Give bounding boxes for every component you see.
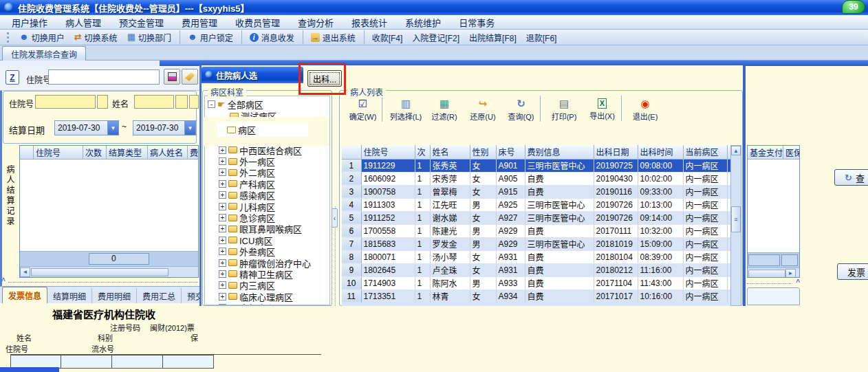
tree-expander[interactable]: +: [219, 214, 226, 221]
query-button[interactable]: ↻ 查: [834, 169, 868, 186]
toolbar-button[interactable]: 入院登记[F2]: [407, 30, 464, 44]
column-header[interactable]: 费别信息: [525, 145, 594, 159]
tree-item[interactable]: + 外叁病区: [208, 246, 329, 257]
patient-table-vscrollbar[interactable]: ▲ ≡: [730, 145, 741, 306]
bottom-tab[interactable]: 结算明细: [47, 288, 92, 303]
list-toolbar-button[interactable]: ↪ 还原(U): [464, 96, 502, 122]
menu-item[interactable]: 系统维护: [396, 16, 450, 29]
horizontal-splitter[interactable]: ^: [747, 280, 800, 287]
tree-item[interactable]: + 外二病区: [208, 167, 329, 178]
table-row[interactable]: 11 1713351 1 林青 女 A934 自费 20171017 10:16…: [342, 289, 730, 303]
menu-item[interactable]: 预交金管理: [110, 16, 173, 29]
table-row[interactable]: 7 1815683 1 罗发金 男 A929 三明市医管中心 20181019 …: [342, 237, 730, 250]
bottom-tab[interactable]: 费用汇总: [137, 288, 182, 303]
tree-expander[interactable]: +: [219, 168, 226, 176]
scrollbar-thumb[interactable]: [31, 268, 169, 276]
list-toolbar-button[interactable]: ▤ 打印(P): [545, 96, 583, 122]
table-row[interactable]: 1 1911229 1 张秀英 女 A901 三明市医管中心 20190725 …: [342, 159, 730, 172]
tree-expander[interactable]: +: [219, 270, 226, 278]
bottom-tab[interactable]: 费用明细: [92, 288, 137, 303]
tree-item[interactable]: - ☛ 全部病区: [208, 98, 329, 110]
toolbar-button[interactable]: 退款[F6]: [521, 30, 562, 44]
patient-select-titlebar[interactable]: 住院病人选: [202, 67, 303, 83]
column-header[interactable]: [342, 145, 361, 159]
column-header[interactable]: 住院号: [361, 145, 415, 159]
column-header[interactable]: 结算类型: [107, 146, 148, 160]
scrollbar-thumb[interactable]: [748, 270, 785, 278]
toolbar-button[interactable]: ☻ 切换用户: [14, 30, 69, 44]
tree-item[interactable]: + 眼耳鼻咽喉病区: [208, 223, 329, 234]
tree-item[interactable]: + 急诊病区: [208, 212, 329, 223]
filter-name-input[interactable]: [134, 95, 174, 109]
tree-item[interactable]: + 临床心理病区: [208, 291, 329, 302]
list-toolbar-button[interactable]: ↻ 查询(Q): [502, 96, 541, 122]
horizontal-splitter[interactable]: ^: [0, 278, 199, 285]
tree-expander[interactable]: +: [219, 225, 226, 232]
toolbar-button[interactable]: 出院结算[F8]: [464, 30, 521, 44]
list-toolbar-button[interactable]: ☑ 确定(W): [344, 96, 382, 122]
column-header[interactable]: 床号: [496, 145, 525, 159]
column-header[interactable]: 次: [415, 145, 430, 159]
tree-expander[interactable]: +: [219, 191, 226, 199]
table-row[interactable]: 9 1802645 1 卢全珠 女 A931 自费 20180212 11:16…: [342, 263, 730, 276]
filter-inpatient-input[interactable]: [35, 95, 96, 109]
toolbar-button[interactable]: 收款[F4]: [367, 30, 408, 44]
table-row[interactable]: 2 1606092 1 宋秀萍 女 A905 自费 20190430 10:02…: [342, 172, 730, 185]
column-header[interactable]: 性别: [470, 145, 496, 159]
tree-expander[interactable]: +: [219, 180, 226, 188]
toolbar-button[interactable]: → 退出系统: [306, 30, 365, 44]
tree-item[interactable]: + 肿瘤微创治疗中心: [208, 257, 329, 268]
toolbar-button[interactable]: ⇄ 切换系统: [69, 30, 122, 44]
z-shortcut-button[interactable]: Z: [6, 70, 19, 85]
chevron-down-icon[interactable]: ▼: [107, 121, 118, 135]
tree-item[interactable]: + 内三病区: [208, 280, 329, 291]
card-reader-button[interactable]: [164, 69, 180, 85]
tree-item[interactable]: + 中西医结合病区: [208, 144, 329, 155]
menu-item[interactable]: 用户操作: [3, 16, 56, 29]
list-toolbar-button[interactable]: ▦ 过滤(R): [425, 96, 464, 122]
scroll-right-icon[interactable]: ►: [785, 269, 796, 278]
settle-date-from-combo[interactable]: 2019-07-30 ▼: [54, 120, 119, 135]
column-header[interactable]: 姓名: [430, 145, 470, 159]
menu-item[interactable]: 日常事务: [450, 16, 503, 29]
inpatient-no-input[interactable]: [48, 69, 160, 85]
list-toolbar-button[interactable]: ◉ 退出(E): [626, 96, 664, 122]
settle-date-to-combo[interactable]: 2019-07-30 ▼: [133, 120, 196, 135]
tree-expander[interactable]: +: [219, 237, 226, 244]
clear-button[interactable]: [182, 69, 198, 85]
tree-expander[interactable]: +: [219, 304, 226, 305]
tree-expander[interactable]: +: [219, 157, 226, 165]
column-header[interactable]: 出科时间: [638, 145, 683, 159]
tree-item-ward[interactable]: 病区: [217, 122, 308, 137]
collapse-up-icon[interactable]: ^: [796, 278, 800, 286]
fund-hscrollbar[interactable]: ►: [748, 267, 799, 278]
tree-item[interactable]: + 感染病区: [208, 190, 329, 201]
chevron-down-icon[interactable]: ▼: [184, 121, 195, 135]
table-row[interactable]: 4 1911303 1 江先旺 男 A925 三明市医管中心 20190726 …: [342, 198, 730, 211]
collapse-up-icon[interactable]: ^: [1, 277, 6, 285]
tree-item[interactable]: + ICU病区: [208, 234, 329, 245]
scrollbar-thumb[interactable]: ≡: [731, 206, 741, 232]
invoice-reprint-button[interactable]: 发票: [837, 263, 868, 280]
filter-inpatient-suffix-input[interactable]: [97, 95, 108, 109]
column-header[interactable]: 医保: [783, 146, 800, 160]
column-header[interactable]: 病人姓名: [148, 146, 188, 160]
column-header[interactable]: [20, 146, 34, 160]
column-header[interactable]: 次数: [83, 146, 107, 160]
menu-item[interactable]: 病人管理: [56, 16, 110, 29]
scroll-up-icon[interactable]: ▲: [731, 146, 741, 155]
filter-extra-input-2[interactable]: [189, 95, 199, 109]
tree-expander[interactable]: +: [219, 259, 226, 267]
toolbar-button[interactable]: i 消息收发: [245, 30, 303, 44]
table-row[interactable]: 10 1714903 1 陈阿水 男 A933 自费 20171104 11:4…: [342, 276, 730, 289]
table-row[interactable]: 3 1900758 1 曾翠梅 女 A915 自费 20190116 09:33…: [342, 185, 730, 198]
menu-item[interactable]: 查询分析: [289, 16, 343, 29]
tree-item[interactable]: + 精神卫生病区: [208, 268, 329, 279]
tree-expander[interactable]: +: [219, 146, 226, 154]
tree-item[interactable]: + 康复中心: [208, 302, 329, 305]
column-header[interactable]: 费: [188, 146, 199, 160]
table-row[interactable]: 5 1911252 1 谢水娣 女 A927 三明市医管中心 20190726 …: [342, 211, 730, 224]
tree-expander[interactable]: -: [208, 100, 215, 108]
tab-invoice-query[interactable]: 住院发票综合查询: [2, 46, 86, 61]
record-hscrollbar[interactable]: ◄: [20, 266, 198, 277]
